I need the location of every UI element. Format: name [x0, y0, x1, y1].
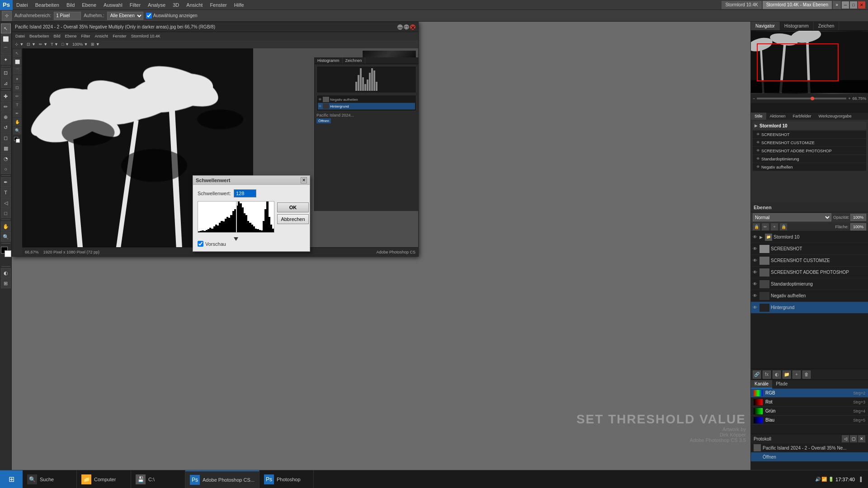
- crop-tool[interactable]: ⊡: [1, 68, 11, 78]
- taskbar-explorer[interactable]: 📁 Computer: [77, 470, 131, 488]
- ps-inner-tab-zeichnen[interactable]: Zeichnen: [343, 57, 365, 64]
- layer-negativ[interactable]: 👁 Negativ aufhellen: [751, 290, 868, 302]
- lock-position-icon[interactable]: +: [771, 223, 778, 230]
- ps-menu-filter[interactable]: Filter: [80, 34, 92, 38]
- history-tool[interactable]: ↺: [1, 122, 11, 132]
- taskbar-drive[interactable]: 💾 C:\: [131, 470, 185, 488]
- ps-minimize[interactable]: ─: [397, 24, 403, 30]
- ps-menu-bearbeiten[interactable]: Bearbeiten: [28, 34, 51, 38]
- menu-ebene[interactable]: Ebene: [78, 0, 100, 9]
- nav-zoom-out-icon[interactable]: −: [753, 96, 755, 101]
- gradient-tool[interactable]: ▦: [1, 143, 11, 153]
- lasso-tool[interactable]: ⌒: [1, 44, 11, 54]
- add-style-btn[interactable]: fx: [763, 371, 771, 379]
- ps-menu-fenster[interactable]: Fenster: [111, 34, 128, 38]
- menu-analyse[interactable]: Analyse: [144, 0, 169, 9]
- ps-tool-4[interactable]: ✦: [13, 75, 21, 83]
- brush-tool[interactable]: ✏: [1, 102, 11, 112]
- dialog-cancel-button[interactable]: Abbrechen: [277, 214, 309, 224]
- layer-hintergrund[interactable]: 👁 Hintergrund: [751, 302, 868, 314]
- workspace-label[interactable]: Stormlord 10.4K: [722, 1, 761, 9]
- blend-mode-select[interactable]: Normal: [753, 213, 831, 221]
- start-button[interactable]: ⊞: [0, 470, 23, 488]
- ps-maximize[interactable]: □: [404, 24, 409, 30]
- shape-tool[interactable]: □: [1, 208, 11, 218]
- hand-tool[interactable]: ✋: [1, 221, 11, 231]
- move-tool[interactable]: ↖: [1, 23, 11, 33]
- pen-tool[interactable]: ✒: [1, 177, 11, 187]
- layer-standard[interactable]: 👁 Standardoptimierung: [751, 278, 868, 290]
- tab-navigator[interactable]: Navigator: [751, 22, 780, 30]
- workspace-arrow-btn[interactable]: »: [833, 1, 841, 9]
- layer-adobe-ps[interactable]: 👁 SCREENSHOT ADOBE PHOTOSHOP: [751, 267, 868, 278]
- auswahlung-checkbox[interactable]: [146, 13, 152, 19]
- menu-ansicht[interactable]: Ansicht: [183, 0, 206, 9]
- menu-datei[interactable]: Datei: [13, 0, 32, 9]
- protocol-btn-1[interactable]: ◁: [842, 435, 849, 442]
- opacity-input[interactable]: [850, 214, 866, 221]
- stile-layer-customize[interactable]: 👁 SCREENSHOT CUSTOMIZE: [753, 139, 866, 147]
- ps-menu-workspace[interactable]: Stormlord 10.4K: [130, 34, 162, 38]
- aufnahme-select[interactable]: Alle Ebenen: [107, 12, 143, 20]
- quick-mask-tool[interactable]: ◐: [1, 268, 11, 278]
- marquee-tool[interactable]: ⬜: [1, 34, 11, 44]
- menu-hilfe[interactable]: Hilfe: [231, 0, 248, 9]
- taskbar-photoshop[interactable]: Ps Adobe Photoshop CS...: [185, 470, 259, 488]
- menu-auswahl[interactable]: Auswahl: [100, 0, 126, 9]
- ps-menu-datei[interactable]: Datei: [14, 34, 26, 38]
- protocol-item-1[interactable]: Pacific Island 2024 - 2 - Overall 35% Ne…: [751, 443, 868, 452]
- taskbar-photoshop2[interactable]: Ps Photoshop: [259, 470, 314, 488]
- eraser-tool[interactable]: ◻: [1, 133, 11, 143]
- channel-blau[interactable]: Blau Strg+5: [751, 416, 868, 425]
- zoom-tool[interactable]: 🔍: [1, 232, 11, 242]
- layer-group-stormlord[interactable]: 👁 ▶ 📁 Stormlord 10: [751, 231, 868, 243]
- ps-menu-ansicht[interactable]: Ansicht: [94, 34, 110, 38]
- fill-input[interactable]: [850, 223, 866, 230]
- menu-fenster[interactable]: Fenster: [206, 0, 230, 9]
- maximize-button[interactable]: □: [850, 1, 857, 9]
- preview-checkbox[interactable]: [198, 241, 203, 247]
- ps-tool-7[interactable]: T: [13, 101, 21, 109]
- ps-tool-1[interactable]: ↖: [13, 49, 21, 57]
- minimize-button[interactable]: ─: [842, 1, 849, 9]
- lock-transparent-icon[interactable]: 🔒: [753, 223, 760, 230]
- channel-grun[interactable]: Grün Strg+4: [751, 407, 868, 416]
- link-layers-btn[interactable]: 🔗: [753, 371, 761, 379]
- stile-layer-adobe[interactable]: 👁 SCREENSHOT ADOBE PHOTOSHOP: [753, 147, 866, 155]
- new-layer-btn[interactable]: +: [793, 371, 801, 379]
- heal-tool[interactable]: ✚: [1, 91, 11, 101]
- new-group-btn[interactable]: 📁: [783, 371, 791, 379]
- menu-filter[interactable]: Filter: [126, 0, 144, 9]
- taskbar-search[interactable]: 🔍 Suche: [23, 470, 77, 488]
- ps-tool-5[interactable]: ⊡: [13, 84, 21, 92]
- ps-tool-3[interactable]: ⌒: [13, 66, 21, 75]
- ps-tool-2[interactable]: ⬜: [13, 58, 21, 66]
- nav-zoom-in-icon[interactable]: +: [848, 96, 850, 101]
- stile-layer-screenshot[interactable]: 👁 SCREENSHOT: [753, 131, 866, 139]
- menu-bearbeiten[interactable]: Bearbeiten: [32, 0, 63, 9]
- protocol-btn-2[interactable]: ▢: [850, 435, 857, 442]
- close-button[interactable]: ✕: [858, 1, 865, 9]
- lock-image-icon[interactable]: ✏: [762, 223, 769, 230]
- stile-layer-standard[interactable]: 👁 Standardoptimierung: [753, 155, 866, 163]
- tab-stile[interactable]: Stile: [751, 113, 766, 120]
- layer-customize[interactable]: 👁 SCREENSHOT CUSTOMIZE: [751, 255, 868, 267]
- lock-all-icon[interactable]: 🔒: [780, 223, 787, 230]
- aufnahme-input[interactable]: [54, 12, 81, 20]
- ps-tool-10[interactable]: 🔍: [13, 127, 21, 135]
- protocol-btn-3[interactable]: ✕: [858, 435, 865, 442]
- dialog-close-button[interactable]: ✕: [301, 177, 307, 183]
- tab-farbfelder[interactable]: Farbfelder: [789, 113, 815, 120]
- threshold-input[interactable]: [234, 189, 256, 197]
- ps-inner-tab-histogramm[interactable]: Histogramm: [315, 57, 343, 64]
- blur-tool[interactable]: ◔: [1, 154, 11, 164]
- add-mask-btn[interactable]: ◐: [773, 371, 781, 379]
- workspace-active-label[interactable]: Stormlord 10.4K - Max Ebenen: [763, 1, 832, 9]
- tab-zeichen[interactable]: Zeichen: [814, 22, 840, 30]
- dodge-tool[interactable]: ○: [1, 164, 11, 174]
- ps-bg-color[interactable]: [16, 139, 20, 143]
- channel-rgb[interactable]: RGB Strg+2: [751, 389, 868, 398]
- protocol-item-2[interactable]: Öffnen: [751, 452, 868, 461]
- magic-wand-tool[interactable]: ✦: [1, 55, 11, 65]
- layer-screenshot[interactable]: 👁 SCREENSHOT: [751, 243, 868, 255]
